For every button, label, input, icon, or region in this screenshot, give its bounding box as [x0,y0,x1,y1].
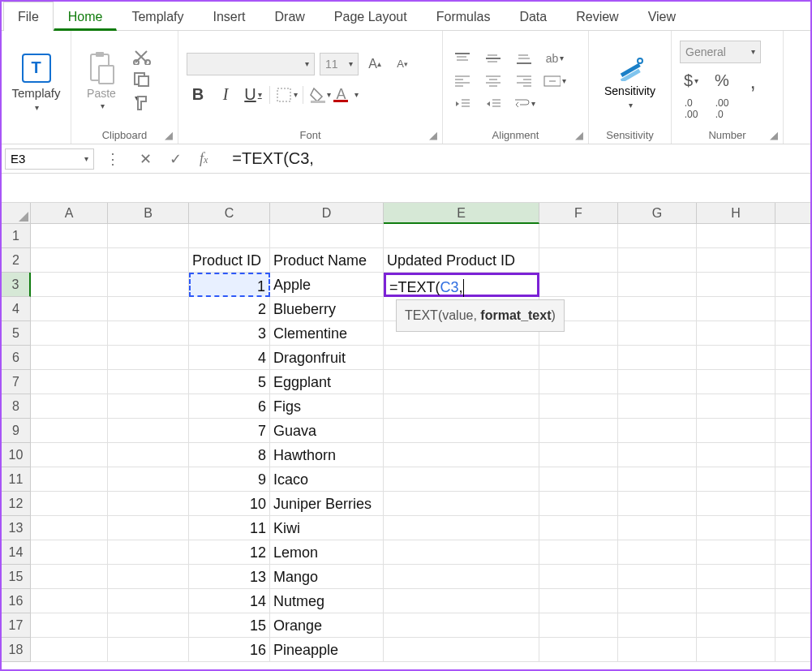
cell[interactable] [108,297,189,321]
cell[interactable] [697,370,775,394]
cell[interactable] [31,297,108,321]
cell[interactable] [539,394,618,419]
cell[interactable] [618,565,697,589]
cell[interactable] [539,613,618,638]
merge-center-button[interactable]: ▾ [543,71,566,91]
tab-view[interactable]: View [634,2,690,31]
cell[interactable] [697,273,775,297]
col-header-E[interactable]: E [384,203,539,224]
copy-button[interactable]: ▾ [133,71,153,89]
cell[interactable]: 9 [189,467,270,492]
cell[interactable] [697,394,775,419]
cell[interactable] [618,516,697,540]
cell[interactable] [697,346,775,370]
cell[interactable]: Product ID [189,248,270,273]
align-bottom-button[interactable] [513,49,535,68]
cell[interactable] [697,467,775,492]
cell[interactable] [697,540,775,565]
cell[interactable] [775,540,812,565]
cell[interactable] [775,565,812,589]
cell[interactable] [697,297,775,321]
percent-format-button[interactable]: % [711,71,733,91]
cell[interactable] [384,346,539,370]
fill-color-button[interactable]: ▾ [308,85,331,105]
row-header[interactable]: 10 [2,443,31,467]
cell[interactable] [539,492,618,516]
cell[interactable] [697,589,775,613]
cell[interactable] [108,346,189,370]
cell[interactable] [775,516,812,540]
col-header-H[interactable]: H [697,203,775,224]
cell[interactable] [108,419,189,443]
cell[interactable]: 13 [189,565,270,589]
cell[interactable] [775,346,812,370]
cell[interactable]: 3 [189,321,270,346]
cell[interactable] [384,370,539,394]
cell[interactable]: 6 [189,394,270,419]
cell[interactable] [108,540,189,565]
cell[interactable] [31,613,108,638]
cell[interactable] [618,297,697,321]
paste-button[interactable]: Paste ▾ [79,51,123,110]
row-header[interactable]: 12 [2,492,31,516]
cell[interactable] [775,273,812,297]
format-painter-button[interactable] [133,95,153,113]
increase-font-button[interactable]: A▴ [363,54,386,74]
sensitivity-button[interactable]: Sensitivity ▾ [597,52,663,110]
cell[interactable] [618,224,697,248]
cell[interactable] [618,467,697,492]
row-header[interactable]: 8 [2,394,31,419]
cell[interactable] [775,394,812,419]
fx-icon[interactable]: fx [200,150,208,167]
cell[interactable] [108,492,189,516]
cell[interactable] [31,589,108,613]
cell[interactable]: Lemon [270,540,384,565]
cell[interactable] [775,297,812,321]
dialog-launcher-icon[interactable]: ◢ [165,129,173,141]
cell[interactable]: Nutmeg [270,589,384,613]
cell[interactable] [697,248,775,273]
cell[interactable]: 12 [189,540,270,565]
align-left-button[interactable] [451,71,474,91]
cell[interactable]: 2 [189,297,270,321]
cell[interactable] [31,467,108,492]
cell[interactable] [539,224,618,248]
cell[interactable]: 14 [189,589,270,613]
align-middle-button[interactable] [482,49,505,68]
cell[interactable] [384,540,539,565]
cell[interactable] [384,613,539,638]
worksheet-grid[interactable]: A B C D E F G H I 1 2 Product ID Product… [2,203,810,662]
cell[interactable] [618,346,697,370]
cell[interactable]: 4 [189,346,270,370]
cell[interactable] [384,443,539,467]
row-header[interactable]: 14 [2,540,31,565]
cell[interactable]: Eggplant [270,370,384,394]
cell[interactable] [539,638,618,662]
cell[interactable]: 5 [189,370,270,394]
cell[interactable] [108,565,189,589]
tab-draw[interactable]: Draw [260,2,320,31]
cell[interactable] [108,321,189,346]
cell[interactable] [384,589,539,613]
cell[interactable] [31,321,108,346]
cell[interactable] [618,638,697,662]
cell[interactable]: Apple [270,273,384,297]
orientation-button[interactable]: ab▾ [543,49,566,68]
cell[interactable]: Juniper Berries [270,492,384,516]
row-header[interactable]: 18 [2,638,31,662]
cell[interactable] [618,492,697,516]
cell[interactable] [384,638,539,662]
col-header-A[interactable]: A [31,203,108,224]
number-format-select[interactable]: General▾ [680,41,761,63]
row-header[interactable]: 15 [2,565,31,589]
cell[interactable] [108,394,189,419]
row-header[interactable]: 4 [2,297,31,321]
font-family-select[interactable]: ▾ [187,53,315,75]
cell[interactable] [697,224,775,248]
cell[interactable] [384,565,539,589]
row-header[interactable]: 11 [2,467,31,492]
cell[interactable] [618,248,697,273]
italic-button[interactable]: I [214,85,237,105]
cell[interactable] [618,589,697,613]
cell[interactable] [697,492,775,516]
